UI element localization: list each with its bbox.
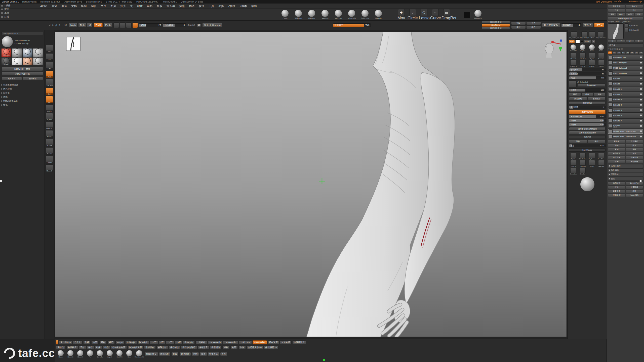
menu-item[interactable]: 文档	[69, 4, 79, 9]
sculpt-mode-button[interactable]: Zsub	[103, 23, 112, 27]
subtool-thumbnail[interactable]	[609, 71, 613, 75]
recent-tool[interactable]: Cylinder3D	[625, 23, 643, 27]
bottom-button[interactable]: 15万	[175, 340, 182, 344]
titlebar-right-item[interactable]: 自动 QuickSave	[595, 0, 612, 4]
bottom-button[interactable]: 按强度重算	[292, 340, 306, 344]
version-button[interactable]: V7	[635, 51, 639, 54]
visibility-eye-icon[interactable]	[640, 109, 642, 111]
subtool-op-button[interactable]: 分离隐藏	[626, 186, 643, 189]
subtool-thumbnail[interactable]	[609, 56, 613, 59]
tray-brush[interactable]: hBash-T	[578, 53, 587, 60]
version-button[interactable]: V5	[626, 51, 630, 54]
axis-button[interactable]: Y	[617, 40, 625, 43]
bottom-brush[interactable]: hBashW	[76, 350, 85, 358]
stroke-type-button[interactable]: ∼ Curve	[430, 9, 440, 20]
alpha-selector[interactable]	[464, 11, 470, 18]
bottom-button[interactable]: 曲线模式	[66, 345, 78, 349]
tray-brush[interactable]: Rgb1	[588, 53, 596, 60]
bottom-brush[interactable]: CurveTp	[95, 350, 104, 358]
version-button[interactable]: V3	[617, 51, 621, 54]
visibility-eye-icon[interactable]	[640, 83, 642, 85]
recent-tool[interactable]: PolyMesh3D	[625, 28, 643, 32]
bottom-button[interactable]: 衰减	[171, 352, 179, 356]
quick-tool-button[interactable]: Cam	[46, 62, 53, 69]
material-swatch[interactable]: Flat	[33, 58, 43, 65]
material-section-row[interactable]: 材质投射修改器	[2, 83, 43, 86]
visibility-eye-icon[interactable]	[640, 56, 642, 58]
visibility-eye-icon[interactable]	[640, 88, 642, 90]
subdiv-stack-button[interactable]: 多边形绘制	[482, 24, 510, 27]
tray-button[interactable]: 投影	[569, 93, 581, 96]
menu-item[interactable]: 灯光	[118, 4, 128, 9]
paint-mode-button[interactable]: Mrgb	[69, 23, 78, 27]
bottom-button[interactable]: 保存	[200, 352, 207, 356]
material-section-row[interactable]: MatCap 生成器	[2, 100, 43, 103]
subtool-row[interactable]: Extract6 111.6	[608, 124, 643, 128]
bottom-brush[interactable]: Clivel	[125, 350, 134, 358]
current-material-sphere[interactable]	[2, 36, 13, 48]
sdiv-slider[interactable]: 细分级别4	[561, 23, 581, 27]
move-icon[interactable]	[126, 22, 132, 28]
quick-tool-button[interactable]: Hist	[46, 53, 53, 61]
sculpt-mode-button[interactable]: Zadd	[94, 23, 103, 27]
subtool-row[interactable]: Extract5_4	[608, 103, 643, 107]
tray-brush-sphere[interactable]: Paint	[588, 44, 596, 52]
subtool-action-button[interactable]: 插入	[626, 144, 643, 147]
brush-button[interactable]: Magnify	[373, 10, 384, 19]
subtool-row[interactable]: Extract5_6	[608, 113, 643, 118]
bottom-button[interactable]: 自定义	[73, 340, 83, 344]
bottom-button[interactable]: 全部帧数	[195, 340, 207, 344]
clip-brush[interactable]: SelectRe	[597, 160, 606, 167]
visibility-eye-icon[interactable]	[640, 114, 642, 116]
paint-mode-button[interactable]: Rgb	[78, 23, 86, 27]
quick-tool-button[interactable]: JR_Sha	[46, 139, 53, 146]
material-mini-button[interactable]: 全部材质	[23, 77, 43, 80]
tool-action-button[interactable]: 导入	[608, 9, 625, 12]
subtool-action-button[interactable]: 独显	[626, 152, 643, 155]
tray-thumb[interactable]: JR_ColdN_Gro	[569, 31, 579, 38]
subtool-action-button[interactable]: 重命名	[608, 140, 625, 143]
subtool-row[interactable]: Extract4	[608, 81, 643, 86]
tool-action-button[interactable]: 生成 PolyMesh3D	[608, 17, 643, 20]
tray-button[interactable]: 模糊	[581, 93, 593, 96]
subtool-thumbnail[interactable]	[609, 119, 613, 122]
tray-ratio-slider[interactable]: Y 偏移0.95	[569, 123, 606, 126]
bottom-button[interactable]: 保留细分	[210, 345, 222, 349]
titlebar-right-item[interactable]: S6.2fm	[614, 0, 621, 4]
tray-brush-sphere[interactable]: ClayPol	[578, 44, 587, 52]
current-tool-thumbnail[interactable]	[608, 23, 624, 39]
m-button[interactable]: M	[592, 40, 595, 43]
dynamesh-button[interactable]: Dynamesh	[577, 83, 606, 87]
subtool-row[interactable]: Extract5_1	[608, 87, 643, 92]
version-button[interactable]: V4	[621, 51, 625, 54]
intensity-slider[interactable]: 焦点衰减0	[163, 23, 186, 27]
tool-action-button[interactable]: 可见	[635, 13, 643, 16]
bottom-brush[interactable]: MoveCurveWR	[135, 350, 144, 358]
tray-thumb[interactable]: JR_ColdN_Fi	[580, 31, 589, 38]
subtool-op-button[interactable]: 投影大师	[608, 194, 625, 197]
dock-tab[interactable]: 画笔	[1, 12, 36, 15]
subtool-op-button[interactable]: 折边	[608, 186, 625, 189]
subdiv-stack-button[interactable]: 最高细分级别	[482, 21, 510, 24]
bottom-button[interactable]: 网格	[99, 340, 107, 344]
tray-brush[interactable]: TrimDy	[597, 60, 606, 67]
quick-tool-button[interactable]: LOW RES	[46, 79, 53, 86]
tray-thumb[interactable]: JR_ColdSmoo	[596, 31, 606, 38]
subtool-section-title[interactable]: 子工具	[608, 43, 643, 47]
dynamesh-thumb[interactable]	[569, 80, 577, 87]
zoom-button[interactable]: Zoom	[584, 40, 591, 43]
bottom-button[interactable]: 曲线拓扑	[159, 352, 171, 356]
rgb-tag[interactable]: Rgb	[569, 40, 575, 43]
tray-brush[interactable]: ClayBu	[588, 60, 596, 67]
bottom-button[interactable]: 曲线强度 25	[264, 345, 278, 349]
tray-toggle-button[interactable]: 启用手动预设调整编辑	[569, 127, 606, 130]
subtool-row[interactable]: Merged_PM3D_Cylinder3D1	[608, 129, 643, 134]
bottom-button[interactable]: 冻结边界	[198, 345, 209, 349]
quick-tool-button[interactable]: Flosar	[46, 130, 53, 138]
palette-section-bar[interactable]: 图层	[608, 177, 643, 181]
menu-item[interactable]: 材质	[135, 4, 145, 9]
version-button[interactable]: V8	[639, 51, 643, 54]
visibility-eye-icon[interactable]	[640, 99, 642, 101]
tool-action-button[interactable]: GoZ	[617, 13, 625, 16]
menu-item[interactable]: 颜色	[59, 4, 69, 9]
